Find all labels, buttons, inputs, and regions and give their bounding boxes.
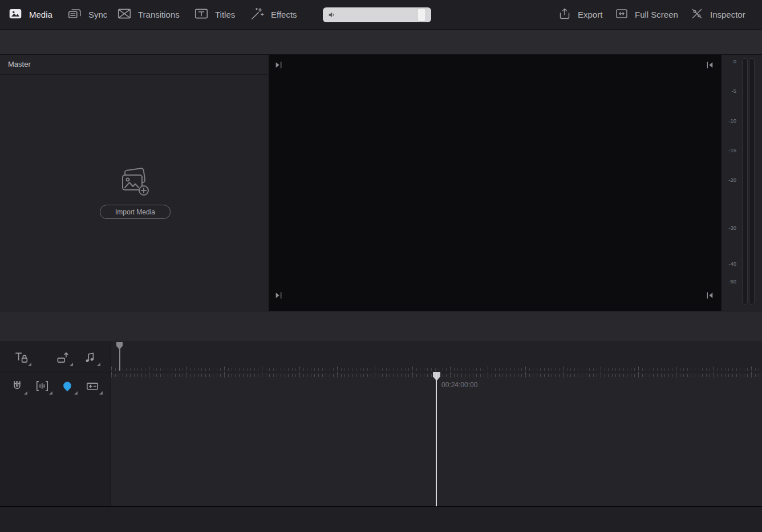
tab-titles-label: Titles <box>215 10 235 19</box>
transitions-icon <box>117 6 132 23</box>
media-pool-panel: Master Import Media <box>0 55 269 311</box>
media-icon <box>8 6 23 23</box>
media-pool-header: Master <box>0 55 269 75</box>
export-label: Export <box>578 10 602 19</box>
inspector-icon <box>690 7 704 22</box>
tab-effects-label: Effects <box>271 10 297 19</box>
tab-media[interactable]: Media <box>8 0 52 29</box>
effects-icon <box>250 6 265 23</box>
titles-icon <box>194 6 209 23</box>
volume-icon <box>327 10 337 22</box>
meter-label: -10 <box>722 117 736 124</box>
tab-media-label: Media <box>29 10 52 19</box>
inspector-button[interactable]: Inspector <box>690 0 745 29</box>
timeline-tools-panel <box>0 341 111 506</box>
meter-bar-right <box>749 58 755 304</box>
top-bar: Media Sync Transitions Titles Effects Ex… <box>0 0 762 30</box>
transport-bar: 00:00:00:00 <box>0 311 762 341</box>
waveform-icon[interactable] <box>34 377 51 395</box>
marker-icon[interactable] <box>59 377 76 395</box>
tab-transitions-label: Transitions <box>138 10 180 19</box>
viewer-out-marker-top-icon[interactable] <box>704 60 715 70</box>
bottom-bar <box>0 506 762 532</box>
viewer-in-marker-top-icon[interactable] <box>274 60 284 70</box>
playhead-timecode-label: 00:24:00:00 <box>441 381 477 389</box>
volume-slider-thumb[interactable] <box>418 9 425 21</box>
meter-label: -50 <box>722 278 736 285</box>
meter-label: -5 <box>722 88 736 94</box>
export-button[interactable]: Export <box>558 0 602 29</box>
meter-bar-left <box>742 58 748 304</box>
meter-label: -20 <box>722 177 736 183</box>
import-media-placeholder-icon <box>116 166 153 200</box>
fullscreen-label: Full Screen <box>635 10 678 19</box>
viewer-in-marker-bottom-icon[interactable] <box>274 290 284 300</box>
playhead-line[interactable] <box>436 373 437 506</box>
fullscreen-icon <box>615 7 629 22</box>
track-lock-icon[interactable] <box>13 349 30 366</box>
tab-sync-label: Sync <box>88 10 107 19</box>
import-media-button[interactable]: Import Media <box>100 205 171 219</box>
export-icon <box>558 7 572 22</box>
tab-effects[interactable]: Effects <box>250 0 297 29</box>
tab-titles[interactable]: Titles <box>194 0 235 29</box>
tab-sync[interactable]: Sync <box>67 0 107 29</box>
meter-label: -15 <box>722 147 736 153</box>
viewer-out-marker-bottom-icon[interactable] <box>704 290 715 300</box>
add-clip-icon[interactable] <box>84 377 101 395</box>
audio-clip-icon[interactable] <box>82 349 99 366</box>
browser-toolbar: 00:00:00:00 <box>0 30 762 55</box>
meter-label: -40 <box>722 261 736 267</box>
minimap-ticks-fine <box>111 368 762 371</box>
video-editor-app: Media Sync Transitions Titles Effects Ex… <box>0 0 762 532</box>
tab-transitions[interactable]: Transitions <box>117 0 180 29</box>
timeline-area[interactable]: 00:24:00:00 <box>0 341 762 506</box>
move-clip-icon[interactable] <box>54 349 71 366</box>
minimap-playhead-line[interactable] <box>119 348 120 371</box>
bin-title: Master <box>8 60 31 68</box>
fullscreen-button[interactable]: Full Screen <box>615 0 678 29</box>
import-media-button-label: Import Media <box>115 208 155 216</box>
inspector-label: Inspector <box>710 10 745 19</box>
volume-slider[interactable] <box>323 7 431 22</box>
snapping-magnet-icon[interactable] <box>9 377 26 395</box>
meter-label: 0 <box>722 58 736 64</box>
sync-icon <box>67 6 82 23</box>
audio-meter-panel: 0 -5 -10 -15 -20 -30 -40 -50 <box>721 55 762 311</box>
meter-label: -30 <box>722 225 736 231</box>
viewer <box>269 55 721 311</box>
